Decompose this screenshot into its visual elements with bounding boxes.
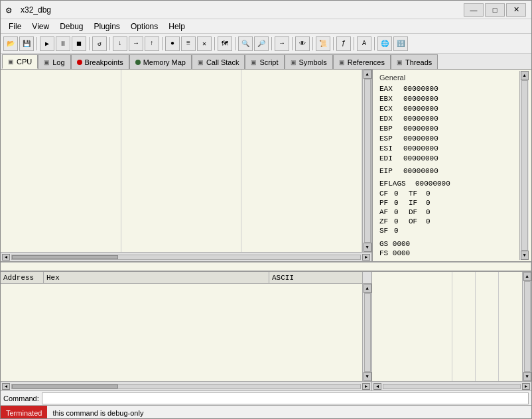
cpu-content: ▲ ▼ <box>1 70 371 252</box>
tab-label-symbols: Symbols <box>299 58 327 66</box>
toolbar-separator <box>109 37 110 50</box>
tab-symbols[interactable]: ▣Symbols <box>285 54 333 69</box>
toolbar-separator <box>214 37 215 50</box>
tab-references[interactable]: ▣References <box>333 54 391 69</box>
stop-button[interactable]: ⏹ <box>72 36 86 51</box>
close-button[interactable]: ✕ <box>506 3 526 17</box>
register-row-edx: EDX00000000 <box>379 114 515 124</box>
registers-content: General EAX00000000EBX00000000ECX0000000… <box>375 71 519 260</box>
reg-scroll-up[interactable]: ▲ <box>521 71 529 80</box>
func-button[interactable]: ƒ <box>336 36 351 51</box>
command-bar: Command: <box>1 390 531 405</box>
watch-button[interactable]: 👁 <box>295 36 310 51</box>
command-label: Command: <box>3 394 39 402</box>
restart-button[interactable]: ↺ <box>92 36 107 51</box>
search-button[interactable]: 🔍 <box>238 36 253 51</box>
tab-label-script: Script <box>259 58 278 66</box>
right-panel-lower: ▲ ▼ ◄ ► <box>372 272 531 390</box>
tab-memory[interactable]: Memory Map <box>129 54 192 69</box>
register-row-ebp: EBP00000000 <box>379 124 515 134</box>
tab-callstack[interactable]: ▣Call Stack <box>192 54 245 69</box>
tab-script[interactable]: ▣Script <box>245 54 284 69</box>
memmap-button[interactable]: 🗺 <box>218 36 232 51</box>
dump-scroll-up[interactable]: ▲ <box>364 284 371 293</box>
segment-row: GS 0000 <box>379 239 515 249</box>
segment-row: ES 0000 <box>379 258 515 260</box>
cpu-scroll-up[interactable]: ▲ <box>364 70 371 79</box>
right-lower-v-scrollbar[interactable]: ▲ ▼ <box>522 272 531 381</box>
save-button[interactable]: 💾 <box>19 36 34 51</box>
trace-button[interactable]: → <box>275 36 289 51</box>
cpu-disassembly-panel: ▲ ▼ ◄ ► <box>1 70 372 261</box>
dump-h-scrollbar[interactable]: ◄ ► <box>1 381 371 390</box>
minimize-button[interactable]: — <box>464 3 484 17</box>
lower-section: Address Hex ASCII ▲ ▼ ◄ ► <box>1 271 531 390</box>
dump-hscroll-right[interactable]: ► <box>362 383 370 390</box>
cs-icon: ▣ <box>198 59 204 66</box>
pause-button[interactable]: ⏸ <box>56 36 70 51</box>
step-over-button[interactable]: → <box>129 36 143 51</box>
toolbar-separator <box>162 37 163 50</box>
flags-row: SF0 <box>379 226 515 235</box>
bp-list-button[interactable]: ≡ <box>181 36 196 51</box>
ref-icon: ▣ <box>339 59 345 66</box>
cpu-hscroll-right[interactable]: ► <box>362 254 370 261</box>
toolbar: 📂💾▶⏸⏹↺↓→↑●≡✕🗺🔍🔎→👁📜ƒA🌐🔢 <box>1 34 531 54</box>
search2-button[interactable]: 🔎 <box>254 36 269 51</box>
right-lower-hscroll-left[interactable]: ◄ <box>373 383 381 390</box>
step-out-button[interactable]: ↑ <box>145 36 159 51</box>
open-button[interactable]: 📂 <box>3 36 18 51</box>
right-lower-h-scrollbar[interactable]: ◄ ► <box>372 381 531 390</box>
right-lower-hscroll-right[interactable]: ► <box>522 383 530 390</box>
menu-options[interactable]: Options <box>125 21 163 32</box>
reg-v-scrollbar[interactable]: ▲ ▼ <box>519 71 529 260</box>
script-button[interactable]: 📜 <box>316 36 330 51</box>
reg-scroll-down[interactable]: ▼ <box>521 251 529 260</box>
tab-breakpoints[interactable]: Breakpoints <box>71 54 129 69</box>
dump-content: ▲ ▼ <box>1 284 371 381</box>
calc-button[interactable]: 🔢 <box>393 36 408 51</box>
cpu-h-scrollbar[interactable]: ◄ ► <box>1 252 371 261</box>
menu-bar: FileViewDebugPluginsOptionsHelp <box>1 19 531 34</box>
toolbar-separator <box>89 37 90 50</box>
tab-threads[interactable]: ▣Threads <box>391 54 438 69</box>
status-message: this command is debug-only <box>47 409 149 417</box>
dump-v-scrollbar[interactable] <box>362 272 371 283</box>
menu-file[interactable]: File <box>3 21 27 32</box>
bp-clear-button[interactable]: ✕ <box>197 36 212 51</box>
font-button[interactable]: A <box>357 36 371 51</box>
dump-content-v-scrollbar[interactable]: ▲ ▼ <box>362 284 371 381</box>
right-lower-scroll-down[interactable]: ▼ <box>523 372 531 381</box>
flags-row: CF0TF0 <box>379 189 515 198</box>
tab-label-log: Log <box>52 58 64 66</box>
menu-plugins[interactable]: Plugins <box>89 21 125 32</box>
cpu-v-scrollbar[interactable]: ▲ ▼ <box>362 70 371 252</box>
toolbar-separator <box>292 37 293 50</box>
tab-log[interactable]: ▣Log <box>38 54 70 69</box>
maximize-button[interactable]: □ <box>485 3 505 17</box>
cpu-hscroll-left[interactable]: ◄ <box>2 254 10 261</box>
tab-cpu[interactable]: ▣CPU <box>2 54 38 69</box>
command-input[interactable] <box>42 392 529 404</box>
dump-scroll-down[interactable]: ▼ <box>364 372 371 381</box>
tab-label-references: References <box>348 58 385 66</box>
sc-icon: ▣ <box>251 59 257 66</box>
menu-view[interactable]: View <box>27 21 54 32</box>
register-row-eip: EIP00000000 <box>379 166 515 176</box>
tab-label-cpu: CPU <box>17 58 32 66</box>
dump-hscroll-left[interactable]: ◄ <box>2 383 10 390</box>
web-button[interactable]: 🌐 <box>377 36 392 51</box>
dump-col-ascii: ASCII <box>269 272 362 283</box>
dump-col-address: Address <box>1 272 44 283</box>
flags-row: AF0DF0 <box>379 208 515 217</box>
cpu-scroll-down[interactable]: ▼ <box>364 243 371 252</box>
run-button[interactable]: ▶ <box>40 36 54 51</box>
menu-help[interactable]: Help <box>163 21 190 32</box>
registers-panel: General EAX00000000EBX00000000ECX0000000… <box>372 70 531 261</box>
tab-dot-memory <box>135 60 141 65</box>
step-into-button[interactable]: ↓ <box>113 36 127 51</box>
bp-toggle-button[interactable]: ● <box>165 36 180 51</box>
menu-debug[interactable]: Debug <box>54 21 88 32</box>
tabs: ▣CPU▣LogBreakpointsMemory Map▣Call Stack… <box>1 54 531 70</box>
right-lower-scroll-up[interactable]: ▲ <box>523 272 531 281</box>
